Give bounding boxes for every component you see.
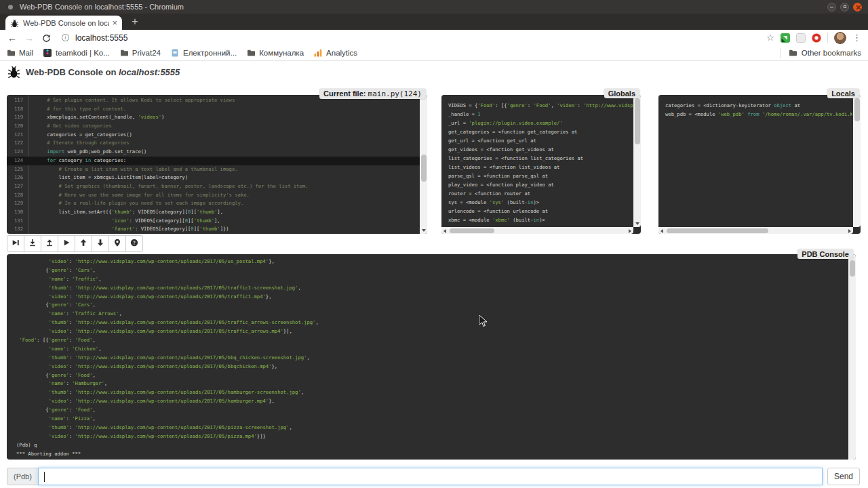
step-out-button[interactable]	[41, 235, 58, 252]
step-next-button[interactable]	[7, 235, 24, 252]
bookmark-star-icon[interactable]: ☆	[766, 33, 774, 43]
line-number: 117	[7, 96, 28, 105]
line-number: 126	[7, 174, 28, 182]
extension-red-icon[interactable]	[812, 33, 821, 43]
scrollbar-thumb[interactable]	[421, 155, 427, 182]
command-row: (Pdb) Send	[7, 468, 860, 485]
browser-tab[interactable]: Web-PDB Console on loca ×	[5, 16, 122, 30]
browser-menu-icon[interactable]: ⋮	[852, 33, 861, 43]
up-button[interactable]	[75, 235, 92, 252]
scrollbar-thumb[interactable]	[450, 228, 494, 233]
line-number: 128	[7, 191, 28, 200]
console-line: 'name': 'Hamburger',	[16, 380, 846, 388]
line-number: 124	[7, 157, 28, 165]
maximize-button[interactable]	[840, 3, 849, 12]
console-line: {'genre': 'Food',	[16, 406, 846, 415]
code-line: 126 list_item = xbmcgui.ListItem(label=c…	[7, 174, 420, 182]
new-tab-button[interactable]: +	[127, 16, 142, 28]
bookmarks-list: Mailteamkodi | Ko...Privat24Електронний.…	[0, 49, 357, 57]
mouse-cursor	[479, 315, 488, 330]
scrollbar-down-arrow[interactable]	[422, 229, 426, 232]
globals-line: VIDEOS = {'Food': [{'genre': 'Food', 'vi…	[448, 101, 633, 110]
bookmark-item[interactable]: Електронний...	[171, 49, 237, 57]
command-input[interactable]	[38, 468, 823, 485]
forward-icon[interactable]: →	[24, 33, 34, 43]
scrollbar-right-arrow[interactable]	[848, 229, 851, 233]
console-line: 'name': 'Chicken',	[16, 345, 846, 354]
scrollbar-right-arrow[interactable]	[629, 229, 631, 233]
scrollbar-thumb[interactable]	[850, 260, 855, 277]
console-line: {'genre': 'Food',	[16, 371, 846, 380]
globals-horizontal-scrollbar[interactable]	[441, 227, 633, 234]
bookmark-label: teamkodi | Ko...	[56, 49, 110, 57]
address-bar[interactable]: i localhost:5555	[62, 33, 127, 43]
close-button[interactable]	[853, 3, 862, 12]
console-vertical-scrollbar[interactable]	[848, 254, 856, 460]
page-header: Web-PDB Console on localhost:5555	[7, 66, 180, 79]
code-line: 132 'fanart': VIDEOS[category][0]['thumb…	[7, 225, 420, 234]
line-number: 122	[7, 139, 28, 148]
line-number: 119	[7, 113, 28, 122]
back-icon[interactable]: ←	[7, 33, 17, 43]
console-line: 'thumb': 'http://www.vidsplay.com/wp-con…	[16, 284, 846, 293]
continue-button[interactable]	[58, 235, 75, 252]
line-number: 127	[7, 182, 28, 191]
scrollbar-thumb[interactable]	[635, 98, 640, 144]
page-info-icon[interactable]: i	[62, 34, 69, 41]
reload-icon[interactable]	[42, 33, 51, 42]
step-into-button[interactable]	[24, 235, 41, 252]
globals-vertical-scrollbar[interactable]	[633, 95, 641, 227]
code-line: 128 # Here we use the same image for all…	[7, 191, 420, 200]
globals-line: play_video = <function play_video at 0x7…	[448, 180, 633, 189]
line-number: 121	[7, 131, 28, 140]
analytics-favicon-icon	[314, 49, 323, 57]
globals-line: list_categories = <function list_categor…	[448, 154, 633, 163]
globals-line: list_videos = <function list_videos at 0…	[448, 163, 633, 171]
page-title: Web-PDB Console on localhost:5555	[26, 67, 180, 77]
other-bookmarks[interactable]: Other bookmarks	[780, 48, 861, 58]
code-vertical-scrollbar[interactable]	[420, 95, 427, 234]
globals-line: parse_qsl = <function parse_qsl at 0x7f9…	[448, 171, 633, 180]
console-line: (Pdb) q	[16, 441, 846, 450]
minimize-button[interactable]	[827, 3, 836, 12]
bookmark-item[interactable]: Коммуналка	[247, 49, 304, 57]
extension-green-icon[interactable]	[781, 33, 790, 43]
send-button[interactable]: Send	[827, 468, 860, 485]
extension-gray-icon[interactable]	[796, 33, 806, 43]
scrollbar-down-arrow[interactable]	[635, 222, 639, 225]
pdb-console-panel: PDB Console 'video': 'http://www.vidspla…	[7, 254, 856, 460]
line-number: 130	[7, 208, 28, 217]
folder-icon	[247, 49, 256, 57]
pdb-prompt-label: (Pdb)	[7, 468, 38, 485]
bookmark-item[interactable]: Mail	[7, 49, 33, 57]
code-line: 123 import web_pdb;web_pdb.set_trace()	[7, 148, 420, 157]
scrollbar-thumb[interactable]	[854, 98, 860, 121]
line-number: 120	[7, 122, 28, 131]
folder-icon	[7, 49, 16, 57]
scrollbar-left-arrow[interactable]	[660, 229, 663, 233]
help-icon: ?	[130, 239, 138, 249]
locals-horizontal-scrollbar[interactable]	[658, 227, 853, 234]
tab-close-icon[interactable]: ×	[112, 18, 117, 27]
code-lines: 117 # Set plugin content. It allows Kodi…	[7, 96, 420, 234]
console-line: 'name': 'Traffic Arrows',	[16, 310, 846, 319]
scrollbar-thumb[interactable]	[667, 228, 768, 233]
bookmark-item[interactable]: Analytics	[314, 49, 357, 57]
window-titlebar: Web-PDB Console on localhost:5555 - Chro…	[0, 0, 868, 14]
down-button[interactable]	[92, 235, 109, 252]
code-line: 119 xbmcplugin.setContent(_handle, 'vide…	[7, 113, 420, 122]
locals-vertical-scrollbar[interactable]	[853, 95, 861, 227]
console-line: 'video': 'http://www.vidsplay.com/wp-con…	[16, 293, 846, 302]
code-line: 129 # In a real-life plugin you need to …	[7, 199, 420, 208]
svg-text:?: ?	[133, 240, 136, 246]
profile-avatar[interactable]	[834, 32, 846, 44]
help-button[interactable]: ?	[125, 235, 143, 252]
globals-line: get_videos = <function get_videos at 0x7…	[448, 145, 633, 154]
where-button[interactable]	[108, 235, 126, 252]
bookmark-item[interactable]: Privat24	[120, 49, 161, 57]
console-line: *** Aborting addon ***	[16, 450, 846, 457]
scrollbar-left-arrow[interactable]	[443, 229, 446, 233]
bookmark-item[interactable]: teamkodi | Ko...	[43, 49, 110, 57]
pdb-console-tag: PDB Console	[797, 249, 853, 259]
folder-icon	[120, 49, 129, 57]
